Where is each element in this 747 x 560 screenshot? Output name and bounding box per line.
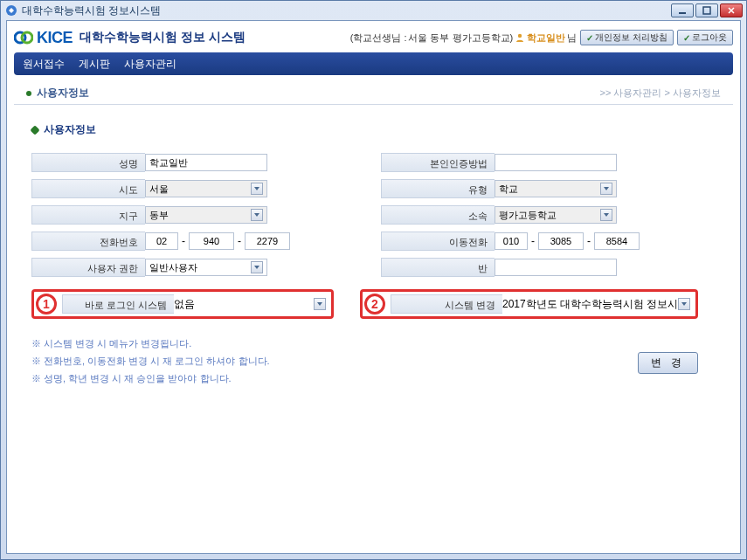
logout-button[interactable]: ✓로그아웃 — [677, 30, 733, 45]
district-select[interactable]: 동부 — [145, 206, 267, 224]
form-grid: 성명 본인인증방법 시도 서울 — [31, 149, 716, 280]
tel1-input[interactable] — [145, 232, 178, 250]
minimize-button[interactable] — [671, 3, 694, 17]
client-area: KICE 대학수학능력시험 정보 시스템 (학교선생님 : 서울 동부 평가고등… — [6, 20, 741, 554]
sido-value: 서울 — [149, 183, 169, 196]
org-select[interactable]: 평가고등학교 — [495, 206, 617, 224]
user-info: (학교선생님 : 서울 동부 평가고등학교) 학교일반 님 ✓개인정보 처리방침… — [350, 30, 733, 45]
logo-brand-text: KICE — [37, 29, 73, 47]
class-input[interactable] — [495, 259, 617, 276]
label-sido: 시도 — [31, 179, 145, 198]
system-change-select[interactable]: 2017학년도 대학수학능력시험 정보시 — [502, 297, 692, 312]
highlight-row: 1 바로 로그인 시스템 없음 2 시스템 변경 2017학년도 대학수학능력시… — [31, 289, 716, 319]
close-button[interactable] — [720, 3, 743, 17]
label-name: 성명 — [31, 153, 145, 172]
label-login-sys: 바로 로그인 시스템 — [62, 294, 174, 314]
row-org: 소속 평가고등학교 — [381, 202, 704, 228]
header-bar: KICE 대학수학능력시험 정보 시스템 (학교선생님 : 서울 동부 평가고등… — [7, 21, 740, 51]
section-title: 사용자정보 — [31, 122, 716, 137]
privacy-policy-button[interactable]: ✓개인정보 처리방침 — [580, 30, 674, 45]
label-district: 지구 — [31, 205, 145, 225]
user-icon — [515, 32, 525, 43]
row-name: 성명 — [31, 149, 355, 176]
crumb-bullet-icon — [26, 91, 31, 96]
chevron-down-icon — [678, 298, 690, 310]
highlight-1: 1 바로 로그인 시스템 없음 — [31, 289, 334, 319]
org-value: 평가고등학교 — [499, 209, 557, 222]
svg-point-4 — [22, 32, 32, 43]
row-sido: 시도 서울 — [31, 176, 355, 202]
label-tel: 전화번호 — [31, 232, 145, 251]
nav-board[interactable]: 게시판 — [79, 57, 110, 72]
logo-subtitle: 대학수학능력시험 정보 시스템 — [80, 30, 246, 45]
label-syschg: 시스템 변경 — [391, 294, 502, 314]
breadcrumb: >> 사용자관리 > 사용자정보 — [600, 86, 721, 100]
row-tel: 전화번호 - - — [31, 228, 355, 254]
change-button[interactable]: 변 경 — [638, 352, 698, 374]
svg-rect-2 — [703, 7, 710, 14]
chevron-down-icon — [251, 261, 263, 273]
app-icon — [4, 3, 18, 17]
maximize-button[interactable] — [695, 3, 718, 17]
label-org: 소속 — [381, 205, 495, 225]
user-location: 서울 동부 평가고등학교) — [408, 31, 513, 45]
svg-point-5 — [518, 34, 522, 38]
type-value: 학교 — [499, 183, 518, 196]
chevron-down-icon — [314, 298, 326, 310]
highlight-2: 2 시스템 변경 2017학년도 대학수학능력시험 정보시 — [360, 289, 698, 319]
window-title: 대학수학능력시험 정보시스템 — [22, 3, 671, 18]
sido-select[interactable]: 서울 — [145, 180, 267, 197]
content-area: 사용자정보 성명 본인인증방법 시도 서울 — [7, 105, 740, 553]
section-title-text: 사용자정보 — [44, 122, 96, 137]
svg-rect-1 — [679, 12, 686, 14]
titlebar: 대학수학능력시험 정보시스템 — [1, 1, 746, 20]
mob1-input[interactable] — [495, 232, 528, 250]
user-suffix: 님 — [567, 31, 577, 45]
row-mobile: 이동전화 - - — [381, 228, 704, 254]
label-mobile: 이동전화 — [381, 232, 495, 251]
row-district: 지구 동부 — [31, 202, 355, 228]
tel3-input[interactable] — [245, 232, 290, 250]
chevron-down-icon — [251, 209, 263, 221]
label-type: 유형 — [381, 179, 495, 198]
mob2-input[interactable] — [538, 232, 584, 250]
privacy-label: 개인정보 처리방침 — [595, 31, 667, 44]
marker-1: 1 — [36, 294, 57, 315]
mob3-input[interactable] — [594, 232, 640, 250]
district-value: 동부 — [149, 209, 169, 222]
user-prefix: (학교선생님 : — [350, 31, 407, 45]
row-type: 유형 학교 — [381, 176, 704, 202]
logout-label: 로그아웃 — [692, 31, 727, 44]
page-title: 사용자정보 — [37, 86, 89, 100]
app-window: 대학수학능력시험 정보시스템 KICE 대학수학능력시험 정보 시스템 (학교선… — [0, 0, 747, 560]
auth-input — [495, 154, 617, 171]
row-perm: 사용자 권한 일반사용자 — [31, 254, 355, 280]
logo-icon — [14, 28, 33, 47]
user-role: 학교일반 — [527, 31, 565, 45]
main-nav: 원서접수 게시판 사용자관리 — [14, 52, 733, 75]
tel2-input[interactable] — [189, 232, 234, 250]
label-class: 반 — [381, 258, 495, 277]
row-class: 반 — [381, 254, 704, 280]
perm-select[interactable]: 일반사용자 — [145, 259, 267, 276]
chevron-down-icon — [600, 183, 612, 195]
chevron-down-icon — [251, 183, 263, 195]
system-change-value: 2017학년도 대학수학능력시험 정보시 — [502, 297, 678, 312]
row-auth: 본인인증방법 — [381, 149, 704, 176]
type-select[interactable]: 학교 — [495, 180, 617, 197]
note-1: ※ 시스템 변경 시 메뉴가 변경됩니다. — [31, 335, 716, 352]
label-auth: 본인인증방법 — [381, 153, 495, 172]
login-system-value: 없음 — [174, 297, 195, 312]
logo: KICE 대학수학능력시험 정보 시스템 — [14, 28, 246, 47]
window-controls — [671, 3, 743, 17]
name-input[interactable] — [145, 154, 267, 171]
nav-user-mgmt[interactable]: 사용자관리 — [124, 57, 176, 72]
chevron-down-icon — [600, 209, 612, 221]
nav-apply[interactable]: 원서접수 — [23, 57, 65, 72]
label-perm: 사용자 권한 — [31, 258, 145, 277]
breadcrumb-row: 사용자정보 >> 사용자관리 > 사용자정보 — [14, 80, 733, 105]
marker-2: 2 — [364, 294, 385, 315]
login-system-select[interactable]: 없음 — [174, 297, 328, 312]
perm-value: 일반사용자 — [149, 261, 197, 274]
